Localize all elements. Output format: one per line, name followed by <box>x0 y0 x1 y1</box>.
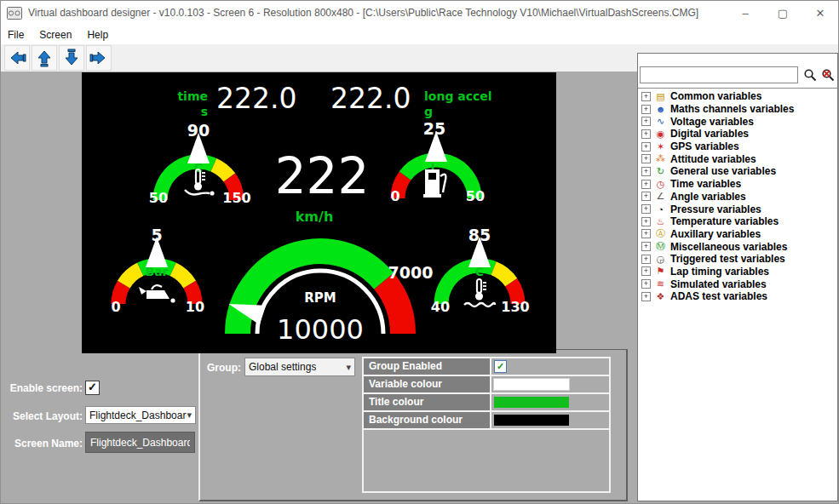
expand-icon[interactable]: + <box>641 242 651 251</box>
tree-item[interactable]: +∿Voltage variables <box>638 115 837 128</box>
window-title: Virtual dashboard designer - v10.0.103 -… <box>28 7 698 19</box>
tree-item[interactable]: +⚑Lap timing variables <box>638 266 837 278</box>
property-value <box>491 412 609 428</box>
fuel-value: 25 <box>416 119 453 138</box>
expand-icon[interactable]: + <box>641 255 651 264</box>
expand-icon[interactable]: + <box>641 217 651 226</box>
colour-swatch[interactable] <box>494 379 569 390</box>
nav-screen-up-button[interactable] <box>32 45 57 71</box>
enable-screen-label: Enable screen: <box>5 382 83 394</box>
long-accel-value: 222.0 <box>330 84 411 112</box>
tree-item[interactable]: +▤Common variables <box>638 90 837 103</box>
colour-swatch[interactable] <box>494 415 569 426</box>
oil-temp-value: 90 <box>180 121 217 140</box>
search-button[interactable] <box>802 66 819 83</box>
expand-icon[interactable]: + <box>641 266 651 276</box>
expand-icon[interactable]: + <box>641 279 651 289</box>
tree-item-label: Maths channels variables <box>670 103 794 115</box>
search-icon <box>803 68 818 83</box>
tree-item-label: Attitude variables <box>670 153 756 165</box>
fuel-max: 50 <box>457 188 494 204</box>
tree-item-label: GPS variables <box>670 140 739 152</box>
oil-pressure-max: 10 <box>176 299 214 315</box>
app-icon <box>7 7 22 20</box>
auxillary-icon: Ⓐ <box>654 227 667 240</box>
menu-help[interactable]: Help <box>79 26 116 43</box>
menubar: File Screen Help <box>0 26 839 44</box>
close-button[interactable]: ✕ <box>802 0 839 26</box>
property-row: Group Enabled✓ <box>364 358 609 376</box>
long-accel-unit: g <box>424 105 433 118</box>
property-value <box>491 376 609 392</box>
tree-item[interactable]: +⁂Attitude variables <box>638 152 837 165</box>
water-temp-value: 85 <box>461 226 498 244</box>
clear-search-button[interactable] <box>819 66 836 83</box>
tree-item[interactable]: +◷Time variables <box>638 178 837 191</box>
rpm-value: 10000 <box>257 313 383 346</box>
tree-item-label: Triggered test variables <box>670 253 785 265</box>
tree-item[interactable]: +❖ADAS test variables <box>638 290 837 303</box>
variables-tree: +▤Common variables+☻Maths channels varia… <box>638 88 837 500</box>
tree-item[interactable]: +◔Pressure variables <box>638 203 837 215</box>
dashboard-preview[interactable]: time s 222.0 222.0 long accel g 222 km/h… <box>82 72 556 353</box>
select-layout-value: Flightdeck_Dashboard <box>89 410 187 421</box>
tree-item[interactable]: +◶Triggered test variables <box>638 253 837 266</box>
tree-item[interactable]: +✶GPS variables <box>638 140 837 153</box>
tree-item[interactable]: +ⓂMiscellaneous variables <box>638 240 837 253</box>
nav-screen-down-button[interactable] <box>59 45 84 71</box>
enable-screen-checkbox[interactable]: ✓ <box>85 381 100 395</box>
property-label: Title colour <box>364 394 491 410</box>
property-row: Background colour <box>364 412 609 430</box>
property-grid: Group Enabled✓Variable colourTitle colou… <box>362 357 611 493</box>
expand-icon[interactable]: + <box>641 204 651 214</box>
menu-file[interactable]: File <box>0 26 32 43</box>
menu-screen[interactable]: Screen <box>32 26 79 43</box>
tree-item[interactable]: +≋Simulated variables <box>638 278 837 290</box>
attitude-icon: ⁂ <box>654 153 667 164</box>
nav-screen-left-button[interactable] <box>4 45 30 71</box>
gps-icon: ✶ <box>654 141 667 152</box>
tree-item-label: Time variables <box>670 178 741 190</box>
tree-item[interactable]: +☻Maths channels variables <box>638 103 837 116</box>
maximize-button[interactable]: ▢ <box>764 0 802 26</box>
tree-item[interactable]: +ⒶAuxillary variables <box>638 228 837 241</box>
expand-icon[interactable]: + <box>641 92 651 101</box>
maths-channels-icon: ☻ <box>654 104 667 114</box>
expand-icon[interactable]: + <box>641 229 651 238</box>
water-temp-min: 40 <box>422 299 459 315</box>
tree-item-label: Voltage variables <box>670 116 754 128</box>
expand-icon[interactable]: + <box>641 180 651 189</box>
property-label: Group Enabled <box>364 358 491 375</box>
expand-icon[interactable]: + <box>641 292 651 301</box>
triggered-test-icon: ◶ <box>654 254 667 265</box>
expand-icon[interactable]: + <box>641 167 651 176</box>
colour-swatch[interactable] <box>494 397 569 408</box>
group-dropdown[interactable]: Global settings <box>244 358 355 376</box>
expand-icon[interactable]: + <box>641 142 651 152</box>
group-enabled-checkbox[interactable]: ✓ <box>494 360 507 373</box>
simulated-icon: ≋ <box>654 278 667 289</box>
clear-search-icon <box>821 68 836 83</box>
expand-icon[interactable]: + <box>641 105 651 114</box>
minimize-button[interactable]: – <box>727 0 764 26</box>
expand-icon[interactable]: + <box>641 192 651 201</box>
tree-item[interactable]: +♨Temperature variables <box>638 215 837 228</box>
expand-icon[interactable]: + <box>641 117 651 126</box>
tree-item[interactable]: +↻General use variables <box>638 165 837 178</box>
water-temperature-icon <box>463 278 497 309</box>
search-input[interactable] <box>640 66 798 83</box>
screen-name-label: Screen Name: <box>5 438 83 450</box>
miscellaneous-icon: Ⓜ <box>654 240 667 253</box>
oil-temp-min: 50 <box>140 190 177 206</box>
property-row: Variable colour <box>364 376 609 394</box>
expand-icon[interactable]: + <box>641 129 651 139</box>
tree-item[interactable]: +◉Digital variables <box>638 128 837 140</box>
oil-pressure-value: 5 <box>138 226 175 244</box>
nav-screen-right-button[interactable] <box>86 45 112 71</box>
tree-item[interactable]: +∠Angle variables <box>638 191 837 203</box>
select-layout-dropdown[interactable]: Flightdeck_Dashboard <box>85 406 196 424</box>
expand-icon[interactable]: + <box>641 154 651 163</box>
tree-item-label: Pressure variables <box>670 203 761 215</box>
screen-name-input[interactable] <box>85 432 195 453</box>
water-temp-unit: C <box>461 265 498 278</box>
